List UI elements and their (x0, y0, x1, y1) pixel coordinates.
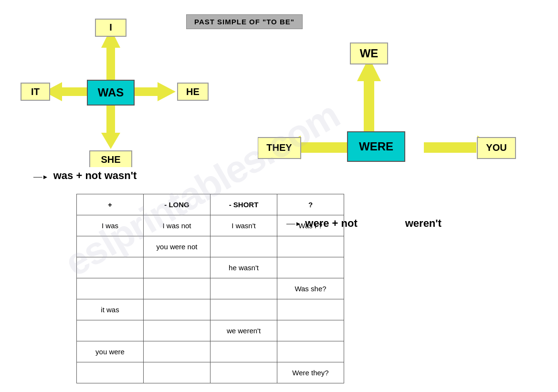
svg-text:WERE: WERE (359, 140, 393, 153)
table-cell (144, 257, 211, 278)
was-formula: ──► was + not wasn't (33, 170, 137, 182)
table-header-plus: + (77, 194, 144, 215)
svg-marker-3 (101, 133, 120, 149)
svg-text:SHE: SHE (101, 154, 120, 165)
table-cell (277, 299, 344, 320)
table-cell (77, 236, 144, 257)
svg-text:WAS: WAS (98, 86, 124, 99)
table-cell (277, 236, 344, 257)
svg-text:I: I (109, 22, 112, 32)
table-cell (277, 257, 344, 278)
table-cell (211, 362, 277, 383)
table-cell (211, 236, 277, 257)
table-cell (77, 278, 144, 299)
table-cell: Was I ? (277, 215, 344, 236)
small-arrow-icon: ──► (33, 173, 48, 180)
table-cell (211, 299, 277, 320)
table-row: you were not (77, 236, 344, 257)
was-formula-text: was + not wasn't (53, 170, 137, 181)
grammar-table: + - LONG - SHORT ? I wasI was notI wasn'… (76, 194, 344, 383)
table-cell: you were (77, 341, 144, 362)
table-cell (277, 320, 344, 341)
table-cell: it was (77, 299, 144, 320)
table-header-long: - LONG (144, 194, 211, 215)
table-header-short: - SHORT (211, 194, 277, 215)
was-diagram: WAS I SHE IT HE (14, 14, 215, 167)
table-cell (77, 257, 144, 278)
table-row: he wasn't (77, 257, 344, 278)
table-cell (77, 362, 144, 383)
table-cell: he wasn't (211, 257, 277, 278)
table-cell (144, 299, 211, 320)
table-cell (144, 362, 211, 383)
table-cell: I was (77, 215, 144, 236)
svg-marker-7 (158, 82, 176, 101)
table-row: it was (77, 299, 344, 320)
table-cell (211, 278, 277, 299)
table-cell (144, 320, 211, 341)
table-cell: we weren't (211, 320, 277, 341)
table-row: Was she? (77, 278, 344, 299)
table-cell (277, 341, 344, 362)
svg-text:IT: IT (31, 86, 40, 97)
svg-rect-22 (424, 142, 476, 153)
table-row: we weren't (77, 320, 344, 341)
were-formula-text2: weren't (405, 217, 442, 230)
table-row: you were (77, 341, 344, 362)
table-cell (211, 341, 277, 362)
table-row: Were they? (77, 362, 344, 383)
svg-rect-18 (364, 76, 374, 134)
svg-rect-0 (106, 43, 115, 84)
svg-text:THEY: THEY (266, 142, 292, 153)
were-diagram: WERE WE THEY YOU (258, 38, 525, 220)
svg-text:HE: HE (186, 86, 200, 97)
table-cell: I wasn't (211, 215, 277, 236)
table-cell (77, 320, 144, 341)
table-row: I wasI was notI wasn'tWas I ? (77, 215, 344, 236)
table-cell: Were they? (277, 362, 344, 383)
page: PAST SIMPLE OF "TO BE" WAS I SHE IT (0, 0, 558, 392)
table-cell: I was not (144, 215, 211, 236)
table-cell: you were not (144, 236, 211, 257)
svg-text:WE: WE (360, 47, 379, 60)
table-cell (144, 278, 211, 299)
table-cell (144, 341, 211, 362)
svg-text:YOU: YOU (486, 142, 506, 153)
table-header-question: ? (277, 194, 344, 215)
table-cell: Was she? (277, 278, 344, 299)
